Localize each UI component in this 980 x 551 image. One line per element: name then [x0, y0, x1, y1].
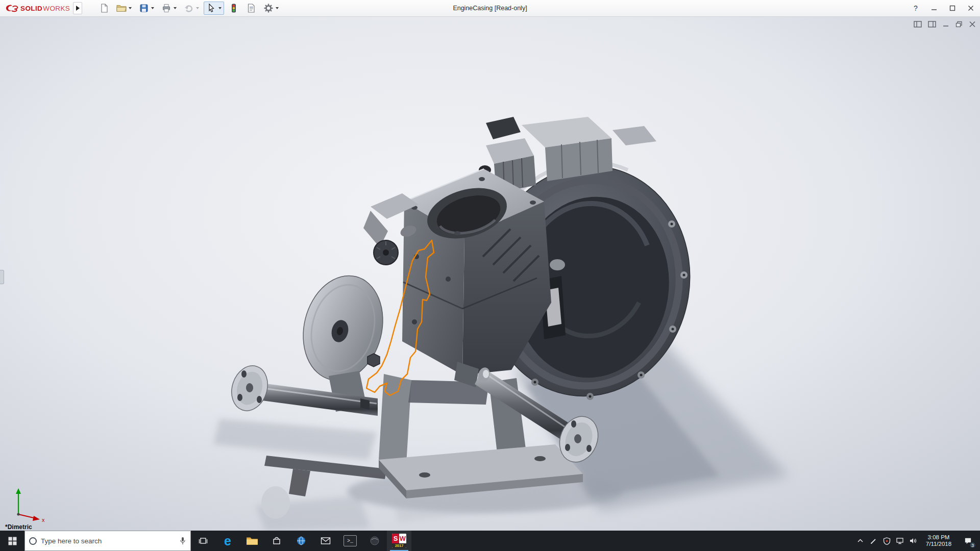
taskbar-app-globe[interactable] — [289, 531, 313, 551]
mail-icon — [321, 537, 331, 545]
taskbar-app-sphere[interactable] — [362, 531, 387, 551]
doc-restore-button[interactable] — [955, 21, 963, 28]
save-icon — [139, 3, 149, 13]
solidworks-year: 2017 — [392, 543, 406, 548]
tray-security-button[interactable] — [880, 531, 893, 551]
options-dropdown-caret[interactable] — [276, 7, 279, 9]
pen-icon — [870, 537, 877, 545]
open-folder-icon — [116, 3, 127, 13]
brand-works-text: WORKS — [43, 5, 70, 12]
doc-restore-icon — [955, 21, 963, 28]
menu-flyout-button[interactable] — [73, 2, 82, 14]
solidworks-app-icon: S W 2017 — [392, 534, 406, 548]
pane-right-button[interactable] — [928, 21, 936, 28]
notification-badge: 3 — [969, 542, 976, 548]
view-orientation-label: *Dimetric — [5, 523, 32, 531]
doc-close-button[interactable] — [969, 21, 976, 28]
globe-browser-icon — [296, 536, 306, 546]
options-button[interactable] — [261, 2, 281, 15]
tray-network-button[interactable] — [893, 531, 906, 551]
tray-overflow-button[interactable] — [853, 531, 867, 551]
taskbar-app-solidworks[interactable]: S W 2017 — [387, 531, 411, 551]
file-properties-button[interactable] — [243, 2, 259, 15]
start-button[interactable] — [0, 531, 24, 551]
orientation-triad: x — [6, 485, 49, 522]
undo-dropdown-caret[interactable] — [196, 7, 199, 9]
cortana-ring-icon — [29, 537, 37, 545]
search-input[interactable] — [41, 537, 175, 545]
shield-icon — [883, 537, 891, 545]
task-view-icon — [199, 536, 208, 545]
solidworks-s: S — [392, 534, 399, 543]
doc-minimize-icon — [942, 21, 949, 28]
minimize-button[interactable] — [925, 0, 943, 16]
save-button[interactable] — [136, 2, 157, 15]
sphere-app-icon — [370, 536, 380, 546]
undo-icon — [184, 3, 194, 13]
open-button[interactable] — [114, 2, 134, 15]
screen: SOLID WORKS — [0, 0, 980, 551]
taskbar-clock[interactable]: 3:08 PM 7/11/2018 — [920, 534, 958, 547]
undo-button[interactable] — [181, 2, 202, 15]
file-explorer-icon — [246, 536, 258, 546]
titlebar: SOLID WORKS — [0, 0, 980, 17]
edge-icon: e — [224, 535, 231, 547]
pane-left-button[interactable] — [914, 21, 922, 28]
taskbar-app-file-explorer[interactable] — [240, 531, 264, 551]
select-tool-button[interactable] — [204, 2, 224, 15]
feature-manager-collapsed-tab[interactable] — [0, 270, 4, 284]
pane-left-icon — [914, 21, 922, 28]
flyout-arrow-icon — [76, 6, 80, 11]
taskbar-search[interactable] — [24, 531, 191, 551]
task-view-button[interactable] — [191, 531, 215, 551]
microphone-icon[interactable] — [179, 536, 186, 545]
quick-access-toolbar — [95, 0, 282, 16]
new-document-icon — [99, 3, 109, 13]
select-cursor-icon — [206, 3, 216, 13]
window-title: EngineCasing [Read-only] — [453, 5, 527, 12]
file-properties-icon — [246, 3, 256, 13]
dassault-logo-icon — [5, 4, 18, 13]
maximize-icon — [949, 5, 955, 11]
document-window-controls — [914, 21, 976, 28]
network-icon — [896, 537, 904, 544]
taskbar-app-mail[interactable] — [313, 531, 338, 551]
tray-pen-button[interactable] — [867, 531, 880, 551]
hex-bolt[interactable] — [368, 354, 380, 367]
3d-model-scene[interactable] — [0, 17, 980, 531]
print-dropdown-caret[interactable] — [174, 7, 177, 9]
taskbar-app-terminal[interactable]: >_ — [338, 531, 362, 551]
taskbar-app-edge[interactable]: e — [215, 531, 240, 551]
close-button[interactable] — [962, 0, 980, 16]
print-button[interactable] — [159, 2, 179, 15]
close-icon — [968, 5, 974, 11]
help-button[interactable]: ? — [906, 0, 925, 16]
volume-icon — [909, 537, 917, 544]
graphics-viewport[interactable]: x *Dimetric — [0, 17, 980, 531]
minimize-icon — [931, 5, 937, 11]
brand-solid-text: SOLID — [20, 5, 42, 12]
new-document-button[interactable] — [96, 2, 112, 15]
open-dropdown-caret[interactable] — [129, 7, 132, 9]
solidworks-icon-letters: S W — [392, 534, 406, 543]
tray-volume-button[interactable] — [906, 531, 920, 551]
doc-close-icon — [969, 21, 976, 28]
doc-minimize-button[interactable] — [942, 21, 949, 28]
store-bag-icon — [272, 536, 281, 545]
chevron-up-icon — [857, 538, 864, 544]
taskbar: e — [0, 531, 980, 551]
rebuild-button[interactable] — [226, 2, 241, 15]
solidworks-menu-brand[interactable]: SOLID WORKS — [0, 0, 73, 16]
x-axis-arrow-icon — [33, 516, 40, 521]
save-dropdown-caret[interactable] — [151, 7, 154, 9]
select-dropdown-caret[interactable] — [218, 7, 222, 9]
action-center-button[interactable]: 3 — [958, 531, 978, 551]
clock-date: 7/11/2018 — [921, 541, 957, 547]
print-icon — [161, 3, 172, 13]
window-controls: ? — [906, 0, 980, 16]
system-tray: 3:08 PM 7/11/2018 3 — [853, 531, 980, 551]
taskbar-app-store[interactable] — [264, 531, 289, 551]
options-gear-icon — [263, 3, 274, 13]
maximize-button[interactable] — [943, 0, 962, 16]
solidworks-w: W — [399, 534, 406, 543]
